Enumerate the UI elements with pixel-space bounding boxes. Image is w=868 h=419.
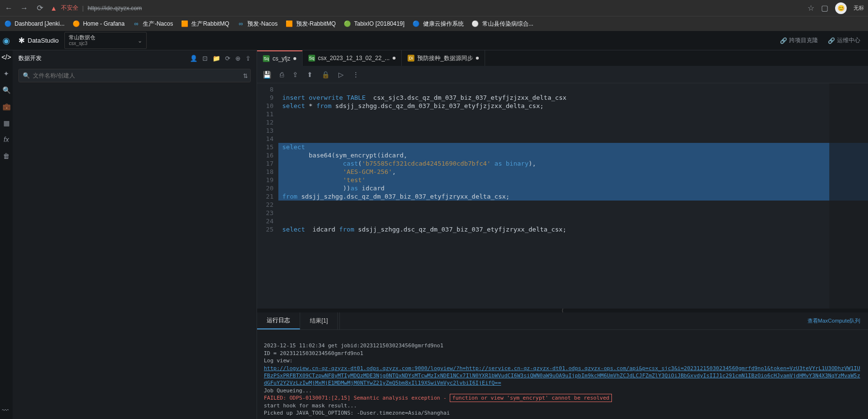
reload-button[interactable]: ⟳ (35, 3, 45, 13)
editor-tab[interactable]: Di预防接种_数据源同步 (402, 50, 485, 66)
bookmark-item[interactable]: ∞生产-Nacos (132, 20, 173, 28)
result-tab[interactable]: 结果[1] (300, 312, 338, 329)
bookmark-item[interactable]: 🔵Dashboard [Jenki... (4, 20, 64, 28)
submit-icon[interactable]: ⇪ (292, 71, 298, 78)
filter-icon[interactable]: ⇅ (243, 73, 248, 79)
bookmark-icon: 🔵 (4, 20, 12, 28)
panel-icon[interactable]: ▢ (821, 3, 828, 13)
bookmark-item[interactable]: ∞预发-Nacos (237, 20, 277, 28)
search-icon[interactable]: 🔍 (2, 86, 11, 94)
code-line[interactable]: cast('b75585cf321cdcad42451690cdb7bfc4' … (278, 159, 868, 168)
code-line[interactable] (278, 217, 868, 225)
code-line[interactable]: select * from sdsjj_szhgg.dsc_qz_dm_037_… (278, 102, 868, 110)
code-line[interactable]: insert overwrite TABLE csx_sjc3.dsc_qz_d… (278, 93, 868, 102)
code-icon[interactable]: </> (1, 53, 11, 61)
locate-icon[interactable]: ⊡ (202, 55, 208, 62)
tab-label: 预防接种_数据源同步 (417, 54, 473, 62)
bookmark-icon: ∞ (237, 20, 244, 28)
splitter[interactable]: ⟨ (257, 309, 868, 312)
code-line[interactable] (278, 201, 868, 209)
editor-toolbar: 💾 ⎙ ⇪ ⬆ 🔒 ▷ ⋮ (257, 66, 868, 83)
code-line[interactable] (278, 85, 868, 93)
bookmark-item[interactable]: 🟠Home - Grafana (72, 20, 124, 28)
deploy-icon[interactable]: ⬆ (307, 71, 313, 78)
code-line[interactable]: select (278, 143, 868, 151)
tab-spacer (338, 312, 340, 329)
code-line[interactable] (278, 209, 868, 217)
upload-icon[interactable]: ⇪ (245, 55, 251, 62)
editor-tab[interactable]: Sqcsx_2023_12_13_02_22_... (303, 50, 402, 66)
forward-button[interactable]: → (19, 4, 29, 13)
tab-label: cs_yfjz (273, 55, 290, 62)
code-editor[interactable]: 8910111213141516171819202122232425 inser… (257, 83, 868, 309)
fx-icon[interactable]: fx (4, 136, 9, 143)
bookmark-icon: 🟢 (344, 20, 351, 28)
workspace-sub: csx_sjc3 (69, 41, 95, 47)
user-icon[interactable]: 👤 (190, 55, 198, 62)
unsaved-dot-icon (393, 57, 396, 60)
briefcase-icon[interactable]: 💼 (2, 103, 11, 110)
code-line[interactable] (278, 110, 868, 118)
back-button[interactable]: ← (4, 4, 14, 13)
ops-center-link[interactable]: 🔗运维中心 (828, 36, 860, 45)
brand: ✱ DataStudio (13, 36, 64, 45)
sidebar-search[interactable]: 🔍 (18, 69, 251, 82)
workspace-selector[interactable]: 常山数据仓 csx_sjc3 ⌄ (64, 32, 147, 49)
error-line: FAILED: ODPS-0130071:[2,15] Semantic ana… (264, 395, 447, 401)
bookmark-item[interactable]: ⚪常山县传染病综合... (472, 20, 533, 28)
code-line[interactable] (278, 135, 868, 143)
sidebar: 数据开发 👤 ⊡ 📁 ⟳ ⊕ ⇪ 🔍 ⇅ (13, 50, 257, 419)
code-line[interactable]: select idcard from sdsjj_szhgg.dsc_qz_dm… (278, 225, 868, 233)
tab-type-icon: Di (408, 55, 414, 62)
profile-avatar[interactable]: 😊 (835, 2, 847, 14)
save-icon[interactable]: 💾 (263, 71, 271, 78)
save-as-icon[interactable]: ⎙ (280, 71, 284, 78)
minimap[interactable] (829, 83, 868, 309)
bookmark-item[interactable]: 🟢TabixIO [20180419] (344, 20, 405, 28)
lock-icon: 🔒 (321, 71, 330, 78)
trash-icon[interactable]: 🗑 (3, 152, 10, 160)
add-icon[interactable]: ⊕ (235, 55, 241, 62)
code-line[interactable]: 'test' (278, 176, 868, 184)
search-input[interactable] (33, 72, 246, 79)
bookmark-label: 预发-RabbitMQ (296, 20, 336, 28)
activity-indicator-icon: 〰 (2, 406, 9, 414)
bottom-panel: 运行日志 结果[1] 查看MaxCompute队列 2023-12-15 11:… (257, 312, 868, 419)
bookmark-label: 常山县传染病综合... (482, 20, 533, 28)
code-line[interactable]: 'AES-GCM-256', (278, 168, 868, 176)
code-line[interactable]: from sdsjj_szhgg.dsc_qz_dm_037_biz_037_e… (278, 192, 868, 201)
activity-bar: </> ✦ 🔍 💼 ▦ fx 🗑 (0, 50, 13, 419)
run-icon[interactable]: ▷ (338, 71, 344, 78)
line-gutter: 8910111213141516171819202122232425 (257, 83, 278, 309)
cross-project-clone-link[interactable]: 🔗跨项目克隆 (780, 36, 818, 45)
address-bar[interactable]: ▲ 不安全 | https://ide.qzyzx.com (50, 4, 802, 12)
bookmark-item[interactable]: 🔵健康云操作系统 (412, 20, 464, 28)
bookmark-label: 生产-Nacos (143, 20, 173, 28)
editor-tab[interactable]: Sqcs_yfjz (257, 50, 303, 66)
maxcompute-queue-link[interactable]: 查看MaxCompute队列 (807, 317, 860, 325)
unsaved-dot-icon (293, 57, 296, 60)
console-output[interactable]: 2023-12-15 11:02:34 get jobid:2023121503… (257, 330, 868, 419)
code-line[interactable] (278, 126, 868, 135)
bookmark-label: 生产RabbitMQ (191, 20, 229, 28)
bookmark-item[interactable]: 🟧生产RabbitMQ (181, 20, 229, 28)
more-icon[interactable]: ⋮ (352, 71, 359, 78)
refresh-icon[interactable]: ⟳ (225, 55, 230, 62)
bottom-tabs: 运行日志 结果[1] 查看MaxCompute队列 (257, 312, 868, 330)
unsaved-dot-icon (476, 57, 479, 60)
code-line[interactable] (278, 118, 868, 126)
code-content[interactable]: insert overwrite TABLE csx_sjc3.dsc_qz_d… (278, 83, 868, 309)
bookmark-star-icon[interactable]: ☆ (807, 3, 814, 13)
logview-link[interactable]: http://logview.cn-qz-qzyzx-dt01.odps.qzy… (264, 365, 860, 387)
code-line[interactable]: ))as idcard (278, 184, 868, 192)
main-area: Sqcs_yfjzSqcsx_2023_12_13_02_22_...Di预防接… (257, 50, 868, 419)
section-header: 数据开发 👤 ⊡ 📁 ⟳ ⊕ ⇪ (13, 50, 257, 66)
code-line[interactable]: base64(sym_encrypt(idcard, (278, 151, 868, 159)
puzzle-icon[interactable]: ✦ (3, 70, 9, 78)
folder-icon[interactable]: 📁 (213, 55, 220, 62)
grid-icon[interactable]: ▦ (3, 119, 10, 127)
bookmark-item[interactable]: 🟧预发-RabbitMQ (286, 20, 336, 28)
search-icon: 🔍 (23, 72, 30, 79)
log-tab[interactable]: 运行日志 (257, 312, 300, 329)
bookmarks-bar: 🔵Dashboard [Jenki...🟠Home - Grafana∞生产-N… (0, 16, 868, 31)
